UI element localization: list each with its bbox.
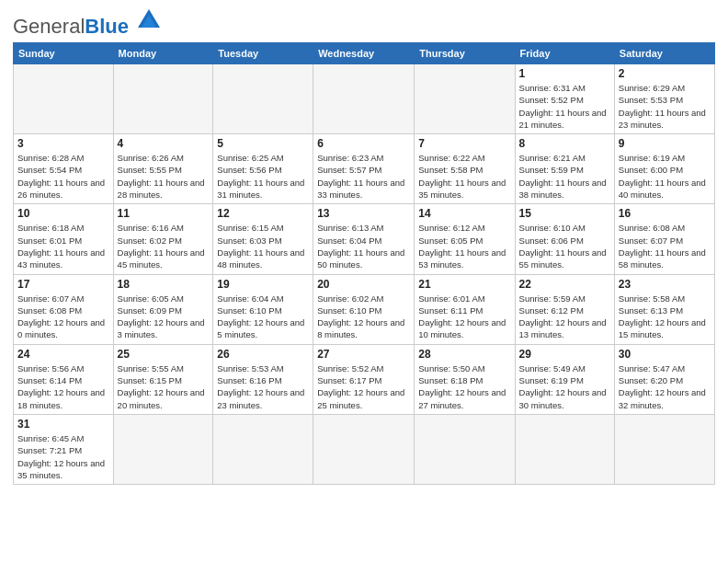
day-info: Sunrise: 5:49 AMSunset: 6:19 PMDaylight:… — [519, 362, 610, 411]
calendar-day-cell — [515, 414, 614, 484]
day-info: Sunrise: 6:31 AMSunset: 5:52 PMDaylight:… — [519, 82, 610, 131]
day-number: 27 — [317, 348, 410, 361]
day-info: Sunrise: 5:58 AMSunset: 6:13 PMDaylight:… — [619, 293, 711, 341]
calendar-day-cell: 24Sunrise: 5:56 AMSunset: 6:14 PMDayligh… — [14, 344, 114, 414]
day-info: Sunrise: 6:04 AMSunset: 6:10 PMDaylight:… — [217, 293, 309, 341]
calendar-day-cell: 26Sunrise: 5:53 AMSunset: 6:16 PMDayligh… — [213, 344, 313, 414]
day-number: 2 — [619, 67, 711, 80]
calendar-day-cell: 29Sunrise: 5:49 AMSunset: 6:19 PMDayligh… — [515, 344, 614, 414]
day-info: Sunrise: 5:56 AMSunset: 6:14 PMDaylight:… — [17, 362, 109, 411]
calendar-day-cell: 18Sunrise: 6:05 AMSunset: 6:09 PMDayligh… — [113, 274, 213, 344]
day-number: 23 — [619, 278, 711, 291]
logo-icon — [136, 7, 162, 33]
day-info: Sunrise: 6:12 AMSunset: 6:05 PMDaylight:… — [418, 222, 510, 270]
calendar-day-cell: 15Sunrise: 6:10 AMSunset: 6:06 PMDayligh… — [515, 204, 614, 274]
day-number: 14 — [418, 207, 510, 220]
day-number: 24 — [17, 348, 109, 361]
day-number: 17 — [17, 278, 109, 291]
day-info: Sunrise: 6:13 AMSunset: 6:04 PMDaylight:… — [317, 222, 410, 270]
weekday-header: Monday — [113, 43, 213, 64]
calendar-table: SundayMondayTuesdayWednesdayThursdayFrid… — [13, 42, 715, 485]
day-info: Sunrise: 5:53 AMSunset: 6:16 PMDaylight:… — [217, 362, 309, 411]
calendar-day-cell — [313, 64, 415, 134]
day-info: Sunrise: 6:23 AMSunset: 5:57 PMDaylight:… — [317, 152, 410, 201]
weekday-header: Tuesday — [213, 43, 313, 64]
day-number: 8 — [519, 137, 610, 150]
weekday-header-row: SundayMondayTuesdayWednesdayThursdayFrid… — [14, 43, 715, 64]
day-number: 15 — [519, 207, 610, 220]
day-number: 20 — [317, 278, 410, 291]
day-info: Sunrise: 6:02 AMSunset: 6:10 PMDaylight:… — [317, 293, 410, 341]
calendar-day-cell: 12Sunrise: 6:15 AMSunset: 6:03 PMDayligh… — [213, 204, 313, 274]
calendar-day-cell: 17Sunrise: 6:07 AMSunset: 6:08 PMDayligh… — [14, 274, 114, 344]
calendar-day-cell: 2Sunrise: 6:29 AMSunset: 5:53 PMDaylight… — [614, 64, 714, 134]
calendar-day-cell: 21Sunrise: 6:01 AMSunset: 6:11 PMDayligh… — [415, 274, 515, 344]
calendar-day-cell: 11Sunrise: 6:16 AMSunset: 6:02 PMDayligh… — [113, 204, 213, 274]
day-number: 10 — [17, 207, 109, 220]
calendar-day-cell: 19Sunrise: 6:04 AMSunset: 6:10 PMDayligh… — [213, 274, 313, 344]
day-number: 28 — [418, 348, 510, 361]
calendar-day-cell — [113, 414, 213, 484]
calendar-day-cell: 20Sunrise: 6:02 AMSunset: 6:10 PMDayligh… — [313, 274, 415, 344]
day-number: 30 — [619, 348, 711, 361]
calendar-day-cell: 14Sunrise: 6:12 AMSunset: 6:05 PMDayligh… — [415, 204, 515, 274]
calendar-day-cell: 16Sunrise: 6:08 AMSunset: 6:07 PMDayligh… — [614, 204, 714, 274]
calendar-day-cell — [213, 414, 313, 484]
day-info: Sunrise: 5:59 AMSunset: 6:12 PMDaylight:… — [519, 293, 610, 341]
day-number: 12 — [217, 207, 309, 220]
day-info: Sunrise: 5:47 AMSunset: 6:20 PMDaylight:… — [619, 362, 711, 411]
calendar-day-cell: 30Sunrise: 5:47 AMSunset: 6:20 PMDayligh… — [614, 344, 714, 414]
day-number: 29 — [519, 348, 610, 361]
calendar-week-row: 24Sunrise: 5:56 AMSunset: 6:14 PMDayligh… — [14, 344, 715, 414]
calendar-day-cell — [14, 64, 114, 134]
day-info: Sunrise: 6:18 AMSunset: 6:01 PMDaylight:… — [17, 222, 109, 270]
day-number: 25 — [118, 348, 210, 361]
day-info: Sunrise: 6:28 AMSunset: 5:54 PMDaylight:… — [17, 152, 109, 201]
calendar-week-row: 17Sunrise: 6:07 AMSunset: 6:08 PMDayligh… — [14, 274, 715, 344]
weekday-header: Thursday — [415, 43, 515, 64]
day-number: 31 — [17, 418, 109, 431]
page: GeneralBlue SundayMondayTuesdayWednesday… — [0, 0, 728, 563]
calendar-day-cell: 22Sunrise: 5:59 AMSunset: 6:12 PMDayligh… — [515, 274, 614, 344]
calendar-day-cell: 25Sunrise: 5:55 AMSunset: 6:15 PMDayligh… — [113, 344, 213, 414]
weekday-header: Friday — [515, 43, 614, 64]
day-number: 22 — [519, 278, 610, 291]
day-info: Sunrise: 6:22 AMSunset: 5:58 PMDaylight:… — [418, 152, 510, 201]
calendar-day-cell: 10Sunrise: 6:18 AMSunset: 6:01 PMDayligh… — [14, 204, 114, 274]
day-number: 26 — [217, 348, 309, 361]
day-info: Sunrise: 6:16 AMSunset: 6:02 PMDaylight:… — [118, 222, 210, 270]
calendar-day-cell: 31Sunrise: 6:45 AMSunset: 7:21 PMDayligh… — [14, 414, 114, 484]
weekday-header: Sunday — [14, 43, 114, 64]
day-number: 16 — [619, 207, 711, 220]
day-number: 7 — [418, 137, 510, 150]
day-info: Sunrise: 5:50 AMSunset: 6:18 PMDaylight:… — [418, 362, 510, 411]
calendar-day-cell: 3Sunrise: 6:28 AMSunset: 5:54 PMDaylight… — [14, 134, 114, 204]
calendar-day-cell: 28Sunrise: 5:50 AMSunset: 6:18 PMDayligh… — [415, 344, 515, 414]
day-info: Sunrise: 5:52 AMSunset: 6:17 PMDaylight:… — [317, 362, 410, 411]
calendar-week-row: 31Sunrise: 6:45 AMSunset: 7:21 PMDayligh… — [14, 414, 715, 484]
weekday-header: Wednesday — [313, 43, 415, 64]
logo-general: General — [13, 15, 85, 38]
day-info: Sunrise: 6:01 AMSunset: 6:11 PMDaylight:… — [418, 293, 510, 341]
day-info: Sunrise: 6:10 AMSunset: 6:06 PMDaylight:… — [519, 222, 610, 270]
calendar-day-cell: 8Sunrise: 6:21 AMSunset: 5:59 PMDaylight… — [515, 134, 614, 204]
day-number: 4 — [118, 137, 210, 150]
day-number: 3 — [17, 137, 109, 150]
day-info: Sunrise: 6:08 AMSunset: 6:07 PMDaylight:… — [619, 222, 711, 270]
header: GeneralBlue — [13, 9, 715, 37]
calendar-day-cell — [113, 64, 213, 134]
calendar-day-cell — [213, 64, 313, 134]
calendar-day-cell: 7Sunrise: 6:22 AMSunset: 5:58 PMDaylight… — [415, 134, 515, 204]
day-info: Sunrise: 6:21 AMSunset: 5:59 PMDaylight:… — [519, 152, 610, 201]
day-info: Sunrise: 6:26 AMSunset: 5:55 PMDaylight:… — [118, 152, 210, 201]
calendar-day-cell: 6Sunrise: 6:23 AMSunset: 5:57 PMDaylight… — [313, 134, 415, 204]
logo: GeneralBlue — [13, 9, 162, 37]
calendar-day-cell: 4Sunrise: 6:26 AMSunset: 5:55 PMDaylight… — [113, 134, 213, 204]
calendar-day-cell: 27Sunrise: 5:52 AMSunset: 6:17 PMDayligh… — [313, 344, 415, 414]
day-number: 13 — [317, 207, 410, 220]
day-number: 5 — [217, 137, 309, 150]
calendar-day-cell — [313, 414, 415, 484]
calendar-day-cell — [415, 414, 515, 484]
day-info: Sunrise: 6:05 AMSunset: 6:09 PMDaylight:… — [118, 293, 210, 341]
logo-blue: Blue — [85, 15, 129, 38]
